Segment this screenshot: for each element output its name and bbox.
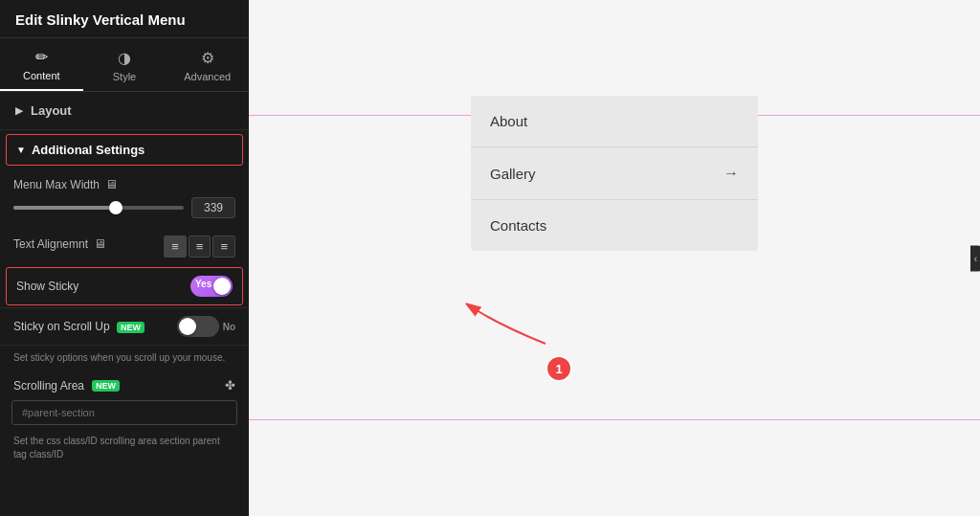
show-sticky-knob (213, 278, 231, 295)
tab-advanced-label: Advanced (184, 71, 231, 82)
menu-item-gallery: Gallery → (471, 147, 758, 200)
additional-settings-label: Additional Settings (32, 143, 145, 157)
sticky-on-scroll-knob (179, 318, 196, 335)
annotation-number: 1 (546, 355, 572, 382)
menu-item-gallery-label: Gallery (490, 166, 536, 182)
scrolling-area-label-row: Scrolling Area NEW (13, 379, 120, 393)
sticky-on-scroll-value: No (223, 322, 235, 332)
tab-advanced[interactable]: ⚙ Advanced (166, 38, 249, 91)
sidebar: Edit Slinky Vertical Menu ✏ Content ◑ St… (0, 0, 249, 516)
slider-value[interactable]: 339 (191, 197, 235, 218)
slider-row: 339 (13, 197, 235, 218)
scrolling-area-icon: ✤ (225, 378, 235, 393)
text-alignment-row: Text Alignemnt 🖥 ≡ ≡ ≡ (0, 236, 249, 265)
sidebar-title: Edit Slinky Vertical Menu (0, 0, 249, 38)
menu-max-width-section: Menu Max Width 🖥 339 (0, 169, 249, 236)
text-alignment-label-row: Text Alignemnt 🖥 (13, 236, 106, 251)
scrolling-area-hint: Set the css class/ID scrolling area sect… (0, 429, 249, 467)
content-icon: ✏ (35, 48, 48, 66)
align-center-button[interactable]: ≡ (189, 236, 212, 258)
layout-section[interactable]: ▶ Layout (0, 92, 249, 130)
annotation-marker: 1 (546, 355, 572, 382)
menu-max-width-row: Menu Max Width 🖥 339 (13, 177, 235, 218)
tab-content[interactable]: ✏ Content (0, 38, 83, 91)
slider-fill (13, 206, 116, 210)
text-align-monitor-icon: 🖥 (94, 236, 106, 251)
show-sticky-label: Show Sticky (16, 280, 78, 293)
scrolling-area-input[interactable] (11, 400, 237, 425)
tabs: ✏ Content ◑ Style ⚙ Advanced (0, 38, 249, 92)
slider-thumb[interactable] (109, 201, 122, 214)
show-sticky-toggle[interactable]: Yes (190, 276, 233, 297)
show-sticky-row: Show Sticky Yes (6, 267, 243, 305)
sticky-on-scroll-row: Sticky on Scroll Up NEW No (0, 307, 249, 346)
gallery-arrow-icon: → (724, 165, 739, 182)
layout-label: Layout (31, 103, 72, 118)
slider-track[interactable] (13, 206, 184, 210)
layout-arrow-icon: ▶ (15, 105, 23, 116)
tab-style[interactable]: ◑ Style (83, 38, 167, 91)
sticky-hint-text: Set sticky options when you scroll up yo… (0, 346, 249, 370)
additional-settings-arrow-icon: ▼ (16, 145, 26, 155)
align-right-button[interactable]: ≡ (212, 236, 235, 258)
menu-item-contacts: Contacts (471, 200, 758, 251)
text-alignment-label: Text Alignemnt (13, 237, 88, 251)
scrolling-area-label: Scrolling Area (13, 379, 84, 393)
style-icon: ◑ (118, 49, 131, 67)
sticky-scroll-badge: NEW (117, 322, 145, 333)
menu-item-about-label: About (490, 113, 527, 129)
additional-settings-section[interactable]: ▼ Additional Settings (6, 134, 243, 166)
advanced-icon: ⚙ (201, 49, 214, 67)
monitor-icon: 🖥 (105, 177, 118, 191)
pink-line-bottom (249, 419, 980, 420)
menu-max-width-label: Menu Max Width (13, 178, 100, 191)
main-content: ‹ About Gallery → Contacts 1 (249, 0, 980, 516)
tab-style-label: Style (113, 71, 136, 82)
menu-card: About Gallery → Contacts (471, 96, 758, 251)
align-left-button[interactable]: ≡ (164, 236, 187, 258)
show-sticky-value: Yes (195, 279, 212, 289)
menu-item-about: About (471, 96, 758, 147)
menu-item-contacts-label: Contacts (490, 217, 546, 234)
menu-max-width-label-row: Menu Max Width 🖥 (13, 177, 235, 191)
show-sticky-track[interactable]: Yes (190, 276, 233, 297)
tab-content-label: Content (23, 70, 60, 81)
align-buttons: ≡ ≡ ≡ (164, 236, 235, 258)
annotation-svg (459, 296, 555, 353)
sticky-on-scroll-toggle[interactable]: No (177, 316, 235, 337)
sticky-on-scroll-track[interactable] (177, 316, 219, 337)
scrolling-area-badge: NEW (92, 380, 120, 392)
collapse-toggle[interactable]: ‹ (970, 245, 980, 271)
sticky-on-scroll-label: Sticky on Scroll Up NEW (13, 320, 145, 333)
scrolling-area-row: Scrolling Area NEW ✤ (0, 370, 249, 396)
